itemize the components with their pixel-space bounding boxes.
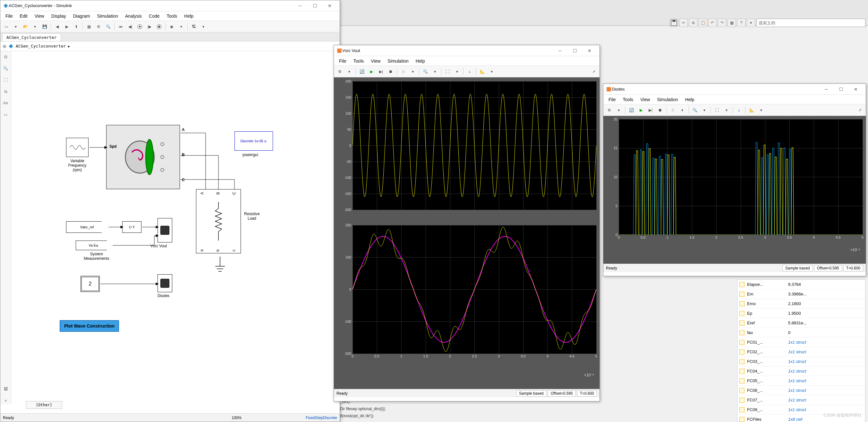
fit-to-view-icon[interactable]: ⛶ [2, 76, 10, 84]
close-button[interactable]: ✕ [582, 46, 597, 56]
workspace-row[interactable]: FC06_...1x1 struct [738, 386, 865, 395]
area-icon[interactable]: ▭ [2, 111, 10, 118]
stop-icon[interactable] [155, 22, 163, 31]
open-dropdown-icon[interactable]: ▾ [30, 22, 39, 31]
maximize-button[interactable]: ☐ [834, 84, 848, 94]
menu-view[interactable]: View [31, 12, 48, 20]
close-button[interactable]: ✕ [322, 1, 337, 11]
step-icon[interactable]: ▶| [646, 106, 655, 115]
model-config-icon[interactable]: ⚙ [94, 22, 103, 31]
scope-axes-1[interactable]: 200150100500-50-100-150-200 [352, 81, 596, 210]
measure-icon[interactable]: 📐 [747, 106, 756, 115]
minimize-button[interactable]: ─ [553, 46, 567, 56]
menu-tools[interactable]: Tools [163, 12, 181, 20]
image-icon[interactable]: 🖼 [2, 385, 10, 393]
workspace-row[interactable]: FC04_...1x1 struct [738, 366, 865, 376]
trigger-icon[interactable]: ⎍ [399, 67, 408, 76]
dropdown-icon[interactable]: ▾ [345, 67, 354, 76]
menu-help[interactable]: Help [682, 96, 698, 104]
dropdown-icon[interactable]: ▾ [453, 67, 462, 76]
menu-edit[interactable]: Edit [17, 12, 31, 20]
up-icon[interactable]: ⬆ [72, 22, 81, 31]
save-icon[interactable]: 💾 [40, 22, 49, 31]
cut-icon[interactable]: ✂ [679, 19, 688, 27]
other-button[interactable]: [Other] [26, 401, 62, 409]
dropdown-icon[interactable]: ▾ [722, 106, 731, 115]
cursor-icon[interactable]: ⫰ [465, 67, 474, 76]
help-icon[interactable]: ? [737, 19, 745, 27]
menu-help[interactable]: Help [181, 12, 197, 20]
scope-titlebar[interactable]: Diodes ─ ☐ ✕ [603, 84, 866, 95]
menu-file[interactable]: File [2, 12, 16, 20]
record-icon[interactable]: ◉ [167, 22, 176, 31]
undo-icon[interactable]: ↶ [708, 19, 717, 27]
copy-icon[interactable]: ⧉ [689, 19, 698, 27]
undock-icon[interactable]: ↗ [856, 106, 865, 115]
block-machine[interactable] [106, 125, 180, 189]
step-forward-icon[interactable]: |▶ [145, 22, 154, 31]
menu-tools[interactable]: Tools [620, 96, 637, 104]
refresh-icon[interactable]: 🔄 [357, 67, 366, 76]
library-browser-icon[interactable]: ▦ [84, 22, 93, 31]
workspace-row[interactable]: FC03_...1x1 struct [738, 357, 865, 366]
cursor-icon[interactable]: ⫰ [735, 106, 744, 115]
trigger-icon[interactable]: ⎍ [668, 106, 677, 115]
zoom-icon[interactable]: 🔍 [690, 106, 699, 115]
workspace-row[interactable]: FC02_...1x1 struct [738, 347, 865, 357]
autoscale-icon[interactable]: ⛶ [712, 106, 721, 115]
block-powergui[interactable]: Discrete 1e-05 s. [235, 131, 273, 151]
refresh-icon[interactable]: 🔄 [627, 106, 636, 115]
build-icon[interactable]: 🏗 [189, 22, 198, 31]
workspace-row[interactable]: Emo2.1800 [738, 299, 865, 309]
block-from-vabcref[interactable]: Vabc_ref [66, 221, 108, 233]
workspace-row[interactable]: FC01_...1x1 struct [738, 338, 865, 347]
maximize-button[interactable]: ☐ [308, 1, 322, 11]
step-back-icon[interactable]: ⏮ [116, 22, 125, 31]
save-icon[interactable] [670, 19, 678, 27]
dropdown-icon[interactable]: ▾ [747, 19, 755, 27]
menu-file[interactable]: File [336, 57, 350, 65]
scope-titlebar[interactable]: Vsrc Vout ─ ☐ ✕ [334, 45, 599, 56]
workspace-row[interactable]: FC05_...1x1 struct [738, 376, 865, 386]
workspace-row[interactable]: Elapse...9.3764 [738, 280, 865, 289]
minimize-button[interactable]: ─ [293, 1, 308, 11]
scope-axes-1[interactable]: 2015105000.511.522.533.544.55 [619, 119, 863, 235]
menu-simulation[interactable]: Simulation [94, 12, 121, 20]
block-scope-diodes[interactable] [157, 274, 172, 292]
stop-icon[interactable]: ⏹ [656, 106, 664, 115]
redo-icon[interactable]: ↷ [718, 19, 726, 27]
build-dropdown-icon[interactable]: ▾ [199, 22, 208, 31]
config-icon[interactable]: ⚙ [335, 67, 344, 76]
model-tab[interactable]: ACGen_Cycloconverter [2, 33, 61, 41]
expand-palette-icon[interactable]: » [2, 397, 10, 404]
doc-search-input[interactable] [756, 19, 865, 27]
block-resistive-load[interactable] [196, 189, 241, 253]
open-icon[interactable]: 📂 [21, 22, 30, 31]
simulink-titlebar[interactable]: ACGen_Cycloconverter - Simulink ─ ☐ ✕ [0, 0, 340, 11]
model-canvas[interactable]: ⊟ 🔍 ⛶ ⇆ A≡ ▭ 🖼 » Variable Frequency (rpm… [0, 51, 340, 404]
dropdown-icon[interactable]: ▾ [678, 106, 687, 115]
menu-simulation[interactable]: Simulation [384, 57, 411, 65]
back-icon[interactable]: ◀ [53, 22, 62, 31]
maximize-button[interactable]: ☐ [567, 46, 582, 56]
run-icon[interactable]: ▶ [637, 106, 645, 115]
step-icon[interactable]: ▶| [377, 67, 385, 76]
stop-icon[interactable]: ⏹ [386, 67, 395, 76]
step-back2-icon[interactable]: ◀| [126, 22, 135, 31]
run-icon[interactable]: ▶ [367, 67, 376, 76]
arrow-tool-icon[interactable]: ⇆ [2, 88, 10, 95]
plot-wave-construction-button[interactable]: Plot Wave Construction [60, 320, 119, 332]
menu-view[interactable]: View [368, 57, 384, 65]
workspace-row[interactable]: fao0 [738, 328, 865, 338]
block-variable-frequency[interactable] [66, 138, 89, 157]
zoom-fit-icon[interactable]: 🔍 [2, 64, 10, 72]
dropdown-icon[interactable]: ▾ [431, 67, 439, 76]
menu-view[interactable]: View [637, 96, 653, 104]
close-button[interactable]: ✕ [848, 84, 863, 94]
menu-tools[interactable]: Tools [350, 57, 367, 65]
run-icon[interactable] [135, 22, 144, 31]
model-explorer-icon[interactable]: 🔍 [103, 22, 113, 31]
workspace-row[interactable]: FC07_...1x1 struct [738, 395, 865, 405]
dropdown-icon[interactable]: ▾ [487, 67, 496, 76]
dropdown-icon[interactable]: ▾ [614, 106, 623, 115]
